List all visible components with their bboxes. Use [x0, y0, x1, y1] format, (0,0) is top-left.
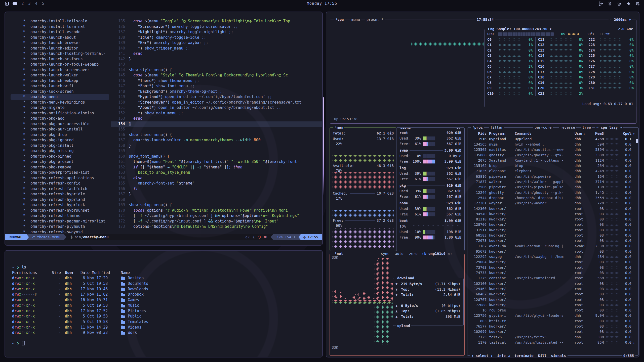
file-list-item[interactable]: *omarchy-launch-wifi: [11, 83, 109, 89]
file-list-item[interactable]: *omarchy-launch-browser: [11, 40, 109, 46]
process-row[interactable]: 71835 elephant elephant dhh 424M 0.0: [467, 168, 638, 174]
process-row[interactable]: 803 btrfs-tr root 0B 0.0: [467, 318, 638, 324]
per-core-button[interactable]: per-core: [533, 125, 553, 129]
entry-name[interactable]: Videos: [117, 325, 141, 330]
process-row[interactable]: 2544 dropbox /home/dhh/.dropbox-dist dhh…: [467, 195, 638, 200]
file-list-item[interactable]: *omarchy-refresh-hypridle: [11, 192, 109, 197]
process-row[interactable]: 73703 kworker/ root 0B 0.0: [467, 265, 638, 270]
process-row[interactable]: 71837 walker /usr/bin/walker --gappl dhh…: [467, 179, 638, 184]
file-list-item[interactable]: *omarchy-refresh-pacman-mirrorlist: [11, 219, 109, 224]
refresh-rate-control[interactable]: - 2000ms +: [609, 18, 632, 22]
tree-button[interactable]: tree: [581, 125, 592, 129]
file-list-item[interactable]: *omarchy-refresh-limine: [11, 213, 109, 219]
process-row[interactable]: 76577 kworker/ root 0B 0.0: [467, 324, 638, 329]
entry-name[interactable]: Documents: [117, 281, 148, 287]
proc-scrollbar-thumb[interactable]: [636, 139, 638, 143]
process-row[interactable]: 1916 Hyprland Hyprland dhh 426M 0.1: [467, 136, 638, 142]
process-row[interactable]: 16 rcu_pree root 0B 0.0: [467, 308, 638, 313]
file-list-item[interactable]: *omarchy-launch-walker: [11, 73, 109, 78]
file-list-item[interactable]: *omarchy-launch-or-focus-webapp: [11, 62, 109, 67]
process-row[interactable]: 131911 kworker/ root 0B 0.0: [467, 227, 638, 233]
process-row[interactable]: 125505 nautilus /usr/bin/nautilus --new …: [467, 147, 638, 152]
file-list-item[interactable]: *omarchy-install-tailscale: [11, 19, 109, 24]
bluetooth-icon[interactable]: [608, 1, 612, 6]
process-row[interactable]: 142360 kworker/ root 0B 0.0: [467, 206, 638, 211]
file-list-item[interactable]: *omarchy-launch-screensaver: [11, 67, 109, 73]
process-row[interactable]: 2125 fcitx5 /usr/bin/fcitx5 dhh 30M 0.0: [467, 334, 638, 340]
file-list-item[interactable]: *omarchy-pkg-present: [11, 159, 109, 165]
filter-button[interactable]: filter: [489, 125, 504, 129]
process-row[interactable]: 125756 glycin-i /usr/lib/glycin-loaders …: [467, 313, 638, 318]
entry-name[interactable]: Music: [117, 303, 139, 308]
process-row[interactable]: 135162 btop btop dhh 26M 0.0: [467, 163, 638, 168]
file-list-item[interactable]: *omarchy-migrate: [11, 105, 109, 111]
logout-icon[interactable]: [598, 1, 603, 6]
entry-name[interactable]: Templates: [117, 319, 148, 325]
process-row[interactable]: 135088 ghostty /usr/bin/ghostty --gtk- d…: [467, 152, 638, 158]
proc-column-headers[interactable]: Pid: Program: Command: User: MemB Cpu% ↑: [467, 131, 638, 136]
file-list-item[interactable]: *omarchy-launch-about: [11, 35, 109, 40]
process-row[interactable]: 72073 kworker/ root 0B 0.0: [467, 238, 638, 243]
entry-name[interactable]: Desktop: [117, 276, 144, 281]
process-row[interactable]: 81310 kworker/ root 0B 0.0: [467, 216, 638, 222]
zero-button[interactable]: zero: [408, 252, 419, 256]
menu-button[interactable]: menu: [350, 18, 361, 22]
entry-name[interactable]: Games: [117, 297, 139, 303]
process-row[interactable]: 1170 tailscal /usr/sbin/tailscaled -- ro…: [467, 340, 638, 345]
file-list-item[interactable]: *omarchy-launch-webapp: [11, 78, 109, 84]
file-list-item[interactable]: *omarchy-launch-or-focus: [11, 57, 109, 62]
file-list-item[interactable]: *omarchy-pkg-remove: [11, 165, 109, 170]
volume-icon[interactable]: [626, 1, 631, 6]
disks-box-title[interactable]: disks: [399, 127, 412, 129]
entry-name[interactable]: Dropbox: [117, 292, 144, 297]
file-list-item[interactable]: *omarchy-launch-editor: [11, 46, 109, 51]
net-box-title[interactable]: ³net: [333, 252, 344, 256]
mem-box-title[interactable]: ²mem: [333, 125, 344, 129]
file-list-item[interactable]: *omarchy-install-vscode: [11, 29, 109, 35]
process-row[interactable]: 129463 kworker/ root 0B 0.0: [467, 286, 638, 291]
code-pane[interactable]: 135 case $(menu "Toggle" "▢ Screensaver\…: [111, 12, 322, 234]
file-list-item[interactable]: *omarchy-refresh-hyprlock: [11, 202, 109, 208]
file-list-item[interactable]: *omarchy-pkg-add: [11, 116, 109, 121]
entry-name[interactable]: Downloads: [117, 287, 148, 292]
sync-button[interactable]: sync: [380, 252, 391, 256]
entry-name[interactable]: Pictures: [117, 308, 146, 314]
terminal-prompt[interactable]: ~❯: [12, 341, 322, 347]
file-list-item[interactable]: *omarchy-pkg-install: [11, 143, 109, 149]
process-row[interactable]: 1275 containe /usr/bin/containerd root 5…: [467, 276, 638, 281]
file-list-item[interactable]: *omarchy-refresh-config: [11, 181, 109, 186]
process-row[interactable]: 129004 kworker/ root 0B 0.0: [467, 259, 638, 265]
file-list-item[interactable]: *omarchy-pkg-pinned: [11, 154, 109, 159]
reverse-button[interactable]: reverse: [559, 125, 576, 129]
process-row[interactable]: 2506 pipewire /usr/bin/pipewire-pulse dh…: [467, 185, 638, 190]
process-row[interactable]: 68583 kworker/ root 0B 0.0: [467, 233, 638, 238]
process-row[interactable]: 74733 kworker/ root 0B 0.0: [467, 270, 638, 275]
file-list-item[interactable]: *omarchy-refresh-swayosd: [11, 230, 109, 234]
file-list-item[interactable]: *omarchy-refresh-fastfetch: [11, 186, 109, 192]
kill-control[interactable]: Kill: [538, 354, 547, 357]
cpu-box-title[interactable]: ¹cpu: [334, 18, 345, 22]
preset-button[interactable]: preset *: [365, 18, 385, 22]
interface-switcher[interactable]: ←b enp191s0 n→: [421, 252, 453, 256]
file-list-item[interactable]: *omarchy-launch-floating-terminal-: [11, 51, 109, 57]
file-list-item[interactable]: *omarchy-powerprofiles-list: [11, 170, 109, 175]
proc-box-title[interactable]: ⁴proc: [471, 125, 484, 129]
process-row[interactable]: 1162 avahi-da avahi-daemon: running [ av…: [467, 243, 638, 249]
file-list-item[interactable]: *omarchy-pkg-drop: [11, 132, 109, 138]
process-row[interactable]: 95673 kworker/ root 0B 0.0: [467, 249, 638, 254]
process-row[interactable]: 128707 kworker/ root 0B 0.0: [467, 297, 638, 302]
info-control[interactable]: info ↵: [497, 354, 510, 357]
file-list-item[interactable]: *omarchy-pkg-aur-accessible: [11, 121, 109, 127]
process-row[interactable]: 122301 waybar /usr/bin/waybar dhh 72M 0.…: [467, 201, 638, 206]
entry-name[interactable]: Work: [117, 330, 137, 336]
process-row[interactable]: 2075 Xwayland Xwayland :1 -rootless - dh…: [467, 158, 638, 163]
process-row[interactable]: 128706 kworker/ root 0B 0.0: [467, 222, 638, 227]
cpu-chip-icon[interactable]: [635, 1, 640, 6]
auto-button[interactable]: auto: [394, 252, 405, 256]
process-row[interactable]: 72088 kworker/ root 0B 0.0: [467, 302, 638, 307]
file-list-item[interactable]: *omarchy-notification-dismiss: [11, 111, 109, 116]
process-row[interactable]: 102099 kworker/ root 0B 0.0: [467, 329, 638, 334]
file-list-item[interactable]: *omarchy-refresh-plymouth: [11, 224, 109, 230]
file-list-item[interactable]: *omarchy-menu: [11, 94, 109, 100]
process-row[interactable]: 122292 swaybg /usr/bin/swaybg -i /hom dh…: [467, 254, 638, 259]
